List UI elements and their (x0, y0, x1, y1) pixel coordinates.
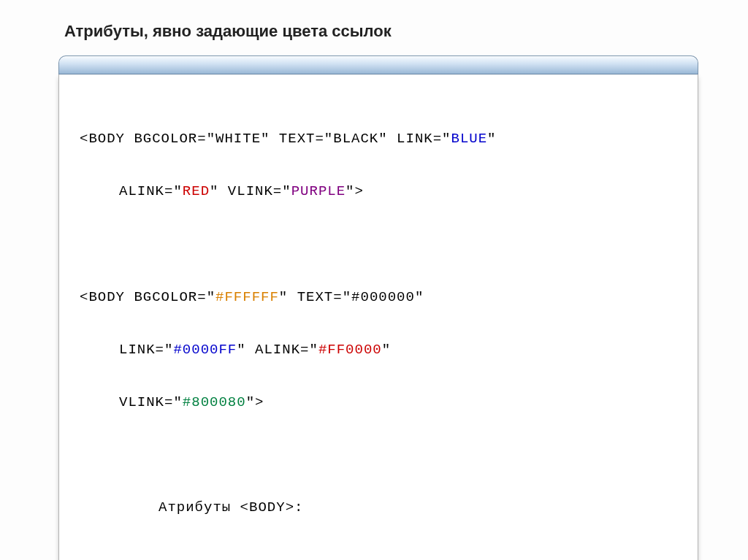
code-line-6: Атрибуты <BODY>: (80, 494, 677, 521)
code-text: LINK=" (119, 342, 173, 358)
color-red: RED (183, 183, 210, 199)
code-line-3: <BODY BGCOLOR="#FFFFFF" TEXT="#000000" (80, 284, 677, 310)
panel-header-bar (58, 55, 698, 74)
code-text: " TEXT=" (279, 289, 351, 305)
hex-white: #FFFFFF (215, 289, 279, 305)
code-text: VLINK=" (119, 394, 183, 410)
color-purple: PURPLE (291, 183, 346, 199)
hex-blue: #0000FF (173, 342, 237, 358)
panel: <BODY BGCOLOR="WHITE" TEXT="BLACK" LINK=… (58, 55, 698, 560)
code-line-2: ALINK="RED" VLINK="PURPLE"> (80, 178, 677, 204)
panel-body: <BODY BGCOLOR="WHITE" TEXT="BLACK" LINK=… (58, 74, 698, 560)
slide-title: Атрибуты, явно задающие цвета ссылок (64, 22, 697, 41)
code-text: " ALINK=" (237, 342, 318, 358)
color-black: BLACK (333, 131, 378, 147)
hex-black: #000000 (351, 289, 415, 305)
color-blue: BLUE (451, 131, 488, 147)
code-line-5: VLINK="#800080"> (80, 389, 677, 415)
code-blank (80, 548, 677, 560)
code-blank (80, 442, 677, 468)
code-text: " VLINK=" (210, 183, 291, 199)
code-text: <BODY BGCOLOR="WHITE" TEXT=" (80, 131, 333, 147)
hex-red: #FF0000 (318, 342, 382, 358)
code-text: <BODY BGCOLOR=" (80, 289, 215, 305)
slide: Атрибуты, явно задающие цвета ссылок <BO… (0, 0, 748, 560)
code-text: ALINK=" (119, 183, 183, 199)
code-text: " (382, 342, 391, 358)
code-text: " (487, 131, 496, 147)
code-line-1: <BODY BGCOLOR="WHITE" TEXT="BLACK" LINK=… (80, 126, 677, 152)
hex-purple: #800080 (183, 394, 246, 410)
code-line-4: LINK="#0000FF" ALINK="#FF0000" (80, 337, 677, 363)
attrib-heading: Атрибуты <BODY>: (159, 499, 303, 515)
code-text: " LINK=" (378, 131, 451, 147)
code-text: "> (346, 183, 364, 199)
code-text: " (415, 289, 424, 305)
code-text: "> (246, 394, 264, 410)
code-block: <BODY BGCOLOR="WHITE" TEXT="BLACK" LINK=… (80, 99, 677, 560)
code-blank (80, 231, 677, 257)
